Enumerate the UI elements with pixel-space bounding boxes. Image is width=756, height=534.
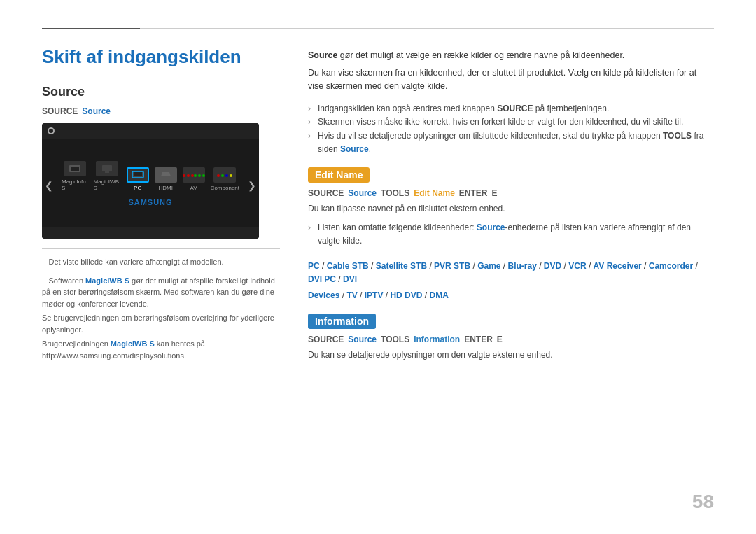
page-container: Skift af indgangskilden Source SOURCE So…: [0, 0, 756, 534]
tv-bottom-bar: [42, 227, 259, 239]
tv-source-bar: ❮ MagicInfo S: [42, 161, 259, 191]
tv-source-pc: PC: [127, 167, 149, 191]
src-satellite: Satellite STB: [376, 261, 427, 271]
tv-source-label-hdmi: HDMI: [158, 185, 172, 191]
information-desc: Du kan se detaljerede oplysninger om den…: [308, 349, 714, 362]
src-devices: Devices: [308, 290, 340, 300]
sources-row-1: PC / Cable STB / Satellite STB / PVR STB…: [308, 260, 714, 286]
breadcrumb-source-label: SOURCE: [42, 106, 78, 116]
page-number: 58: [692, 491, 714, 513]
svg-rect-3: [105, 171, 109, 173]
tv-source-icon-av: [183, 167, 205, 183]
bullet-2: Skærmen vises måske ikke korrekt, hvis e…: [308, 115, 714, 129]
sources-row-2: Devices / TV / IPTV / HD DVD / DMA: [308, 289, 714, 302]
tv-chevron-left-icon: ❮: [42, 180, 56, 191]
src-pc: PC: [308, 261, 320, 271]
src-dvipc: DVI PC: [308, 274, 336, 284]
intro-source-word: Source: [308, 50, 337, 60]
tv-source-magicinfo: MagicInfo S: [62, 161, 88, 191]
src-hddvd: HD DVD: [390, 290, 422, 300]
src-iptv: IPTV: [365, 290, 384, 300]
cmd-source-2: SOURCE: [308, 335, 344, 344]
tv-source-icon-component: [214, 167, 236, 183]
tv-source-av: AV: [183, 167, 205, 191]
tv-content: ❮ MagicInfo S: [42, 139, 259, 227]
note-magiciwb: − Softwaren MagicIWB S gør det muligt at…: [42, 275, 280, 310]
main-bullets: Indgangskilden kan også ændres med knapp…: [308, 102, 714, 156]
edit-name-header: Edit Name: [308, 167, 370, 183]
tv-source-icon-pc: [127, 167, 149, 183]
bullet-1: Indgangskilden kan også ændres med knapp…: [308, 102, 714, 115]
src-tv: TV: [346, 290, 357, 300]
tv-source-label-av: AV: [190, 185, 197, 191]
edit-name-section: Edit Name SOURCE Source TOOLS Edit Name …: [308, 167, 714, 302]
tv-top-bar: [42, 123, 259, 139]
content-body: Skift af indgangskilden Source SOURCE So…: [42, 46, 714, 506]
edit-name-desc: Du kan tilpasse navnet på en tilsluttet …: [308, 202, 714, 216]
cmd-source-link-2: Source: [348, 335, 377, 344]
src-pvr: PVR STB: [434, 261, 470, 271]
src-vcr: VCR: [568, 261, 586, 271]
top-rule: [42, 28, 714, 29]
cmd-enter-e-1: E: [492, 188, 498, 198]
information-header: Information: [308, 314, 376, 329]
information-section: Information SOURCE Source TOOLS Informat…: [308, 314, 714, 362]
src-camcorder: Camcorder: [649, 261, 693, 271]
svg-rect-2: [102, 165, 112, 171]
cmd-tools-1: TOOLS: [381, 188, 410, 198]
tv-mockup: ❮ MagicInfo S: [42, 123, 259, 239]
note-magiciwb-2: Se brugervejledningen om berøringsfølsom…: [42, 312, 280, 335]
src-dvi: DVI: [343, 274, 357, 284]
left-column: Skift af indgangskilden Source SOURCE So…: [42, 46, 280, 506]
tv-source-magiciwb: MagicIWB S: [94, 161, 121, 191]
breadcrumb-source: SOURCE Source: [42, 106, 280, 116]
tv-source-label-magiciwb: MagicIWB S: [94, 178, 121, 191]
intro-text: Du kan vise skærmen fra en kildeenhed, d…: [308, 66, 714, 93]
tv-lock-icon: [48, 127, 55, 134]
tv-source-icon-magicinfo: [64, 161, 86, 176]
bullet-3: Hvis du vil se detaljerede oplysninger o…: [308, 129, 714, 156]
cmd-info: Information: [414, 335, 460, 344]
cmd-enter-2: ENTER: [464, 335, 493, 344]
src-dma: DMA: [429, 290, 448, 300]
cmd-editname: Edit Name: [414, 188, 455, 198]
divider-left: [42, 248, 280, 249]
cmd-source-link-1: Source: [348, 188, 377, 198]
page-title: Skift af indgangskilden: [42, 46, 280, 68]
svg-rect-6: [136, 178, 140, 178]
tv-source-icon-hdmi: [155, 167, 177, 183]
svg-marker-7: [161, 172, 171, 176]
right-column: Source gør det muligt at vælge en række …: [308, 46, 714, 506]
cmd-source-1: SOURCE: [308, 188, 344, 198]
cmd-enter-e-2: E: [497, 335, 503, 344]
src-cable: Cable STB: [327, 261, 369, 271]
svg-rect-1: [71, 167, 79, 171]
src-game: Game: [477, 261, 500, 271]
intro-bold: Source gør det muligt at vælge en række …: [308, 49, 714, 62]
tv-source-label-magicinfo: MagicInfo S: [62, 178, 88, 191]
src-dvd: DVD: [544, 261, 561, 271]
section-heading-source: Source: [42, 85, 280, 99]
tv-source-component: Component: [211, 167, 239, 191]
edit-name-bullets: Listen kan omfatte følgende kildeenheder…: [308, 221, 714, 248]
tv-samsung-logo: SAMSUNG: [128, 198, 172, 206]
magiciwb-brand: MagicIWB S: [85, 276, 130, 285]
breadcrumb-source-link: Source: [82, 106, 111, 116]
cmd-tools-2: TOOLS: [381, 335, 410, 344]
magiciwb-brand2: MagicIWB S: [111, 339, 155, 348]
note-model: − Det viste billede kan variere afhængig…: [42, 256, 280, 268]
cmd-enter-1: ENTER: [459, 188, 488, 198]
information-cmd-row: SOURCE Source TOOLS Information ENTER E: [308, 335, 714, 344]
src-avreceiver: AV Receiver: [594, 261, 642, 271]
tv-source-label-component: Component: [211, 185, 239, 191]
svg-rect-5: [134, 172, 142, 176]
tv-source-icon-magiciwb: [96, 161, 118, 176]
note-magiciwb-3: Brugervejledningen MagicIWB S kan hentes…: [42, 338, 280, 361]
edit-name-bullet-source: Listen kan omfatte følgende kildeenheder…: [308, 221, 714, 248]
svg-rect-8: [164, 176, 168, 178]
tv-source-label-pc: PC: [134, 185, 141, 191]
src-bluray: Blu-ray: [508, 261, 537, 271]
tv-source-hdmi: HDMI: [155, 167, 177, 191]
tv-chevron-right-icon: ❯: [245, 180, 259, 191]
edit-name-cmd-row: SOURCE Source TOOLS Edit Name ENTER E: [308, 188, 714, 198]
